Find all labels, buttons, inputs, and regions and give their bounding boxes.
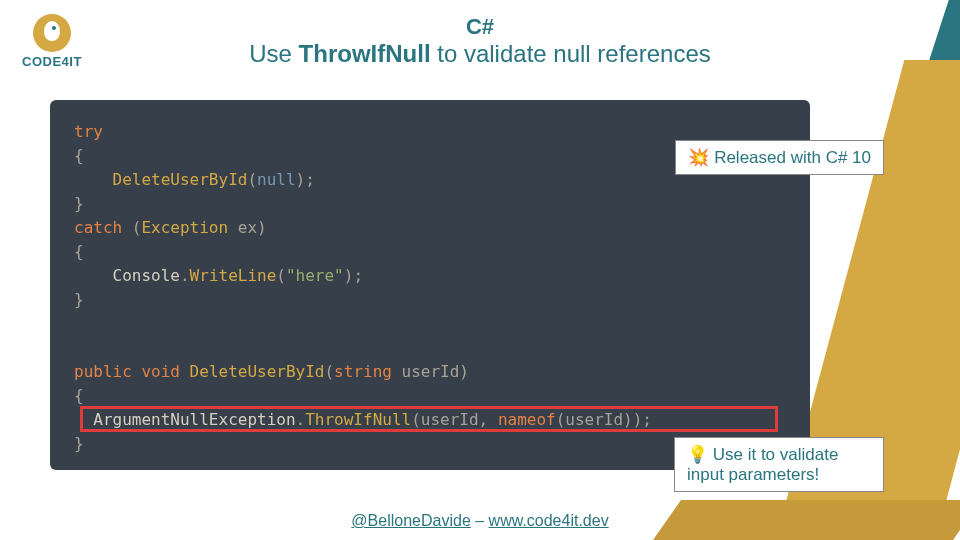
- var: ex): [228, 218, 267, 237]
- website-url: www.code4it.dev: [489, 512, 609, 529]
- brace: {: [74, 146, 84, 165]
- writeline: WriteLine: [190, 266, 277, 285]
- args: (userId,: [411, 410, 498, 429]
- args: (userId));: [556, 410, 652, 429]
- func-def: DeleteUserById: [190, 362, 325, 381]
- method-throwifnull: ThrowIfNull: [305, 410, 411, 429]
- kw-nameof: nameof: [498, 410, 556, 429]
- code-line: catch (Exception ex): [74, 216, 786, 240]
- paren: );: [296, 170, 315, 189]
- kw-string: string: [334, 362, 392, 381]
- bulb-icon: 💡: [687, 445, 708, 464]
- title-language: C#: [0, 14, 960, 40]
- indent: [74, 170, 113, 189]
- paren: (: [324, 362, 334, 381]
- console: Console: [113, 266, 180, 285]
- title-subtitle: Use ThrowIfNull to validate null referen…: [0, 40, 960, 68]
- slide-title: C# Use ThrowIfNull to validate null refe…: [0, 14, 960, 68]
- kw-catch: catch: [74, 218, 122, 237]
- space: [180, 362, 190, 381]
- code-line: {: [74, 384, 786, 408]
- paren: (: [122, 218, 141, 237]
- param: userId): [392, 362, 469, 381]
- code-line: public void DeleteUserById(string userId…: [74, 360, 786, 384]
- code-line: {: [74, 240, 786, 264]
- func-call: DeleteUserById: [113, 170, 248, 189]
- separator: –: [471, 512, 489, 529]
- string-literal: "here": [286, 266, 344, 285]
- collision-icon: 💥: [688, 148, 709, 167]
- type-exception: Exception: [141, 218, 228, 237]
- callout-text: Use it to validate input parameters!: [687, 445, 838, 484]
- paren: );: [344, 266, 363, 285]
- code-line: }: [74, 192, 786, 216]
- brace: {: [74, 242, 84, 261]
- title-bold: ThrowIfNull: [299, 40, 431, 67]
- callout-released: 💥 Released with C# 10: [675, 140, 884, 175]
- indent: [74, 410, 93, 429]
- callout-validate: 💡 Use it to validate input parameters!: [674, 437, 884, 492]
- code-line-highlighted: ArgumentNullException.ThrowIfNull(userId…: [74, 408, 786, 432]
- kw-void: void: [132, 362, 180, 381]
- kw-try: try: [74, 122, 103, 141]
- title-post: to validate null references: [431, 40, 711, 67]
- indent: [74, 266, 113, 285]
- title-pre: Use: [249, 40, 298, 67]
- code-line-blank: [74, 336, 786, 360]
- brace: }: [74, 194, 84, 213]
- kw-null: null: [257, 170, 296, 189]
- dot: .: [180, 266, 190, 285]
- dot: .: [296, 410, 306, 429]
- code-line: Console.WriteLine("here");: [74, 264, 786, 288]
- brace: }: [74, 290, 84, 309]
- brace: {: [74, 386, 84, 405]
- paren: (: [247, 170, 257, 189]
- code-line-blank: [74, 312, 786, 336]
- brace: }: [74, 434, 84, 453]
- paren: (: [276, 266, 286, 285]
- callout-text: Released with C# 10: [709, 148, 871, 167]
- code-line: }: [74, 288, 786, 312]
- kw-public: public: [74, 362, 132, 381]
- twitter-handle: @BelloneDavide: [351, 512, 470, 529]
- type-argnull: ArgumentNullException: [93, 410, 295, 429]
- footer: @BelloneDavide – www.code4it.dev: [0, 512, 960, 530]
